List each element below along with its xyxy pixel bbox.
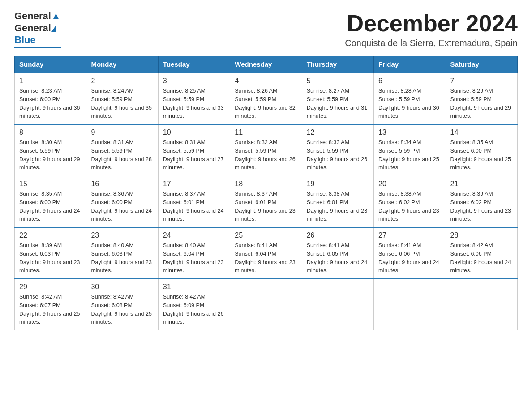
day-number: 7 xyxy=(450,77,513,85)
calendar-day-cell: 12 Sunrise: 8:33 AMSunset: 5:59 PMDaylig… xyxy=(302,124,373,176)
day-number: 18 xyxy=(235,180,297,188)
logo: General▲ General Blue xyxy=(14,11,61,48)
col-friday: Friday xyxy=(374,56,446,73)
day-number: 4 xyxy=(235,77,297,85)
day-info: Sunrise: 8:23 AMSunset: 6:00 PMDaylight:… xyxy=(19,88,80,119)
calendar-day-cell: 17 Sunrise: 8:37 AMSunset: 6:01 PMDaylig… xyxy=(158,176,230,227)
day-info: Sunrise: 8:31 AMSunset: 5:59 PMDaylight:… xyxy=(91,139,152,171)
location-title: Conquista de la Sierra, Extremadura, Spa… xyxy=(345,38,518,48)
calendar-day-cell: 3 Sunrise: 8:25 AMSunset: 5:59 PMDayligh… xyxy=(158,73,230,124)
calendar-header-row: Sunday Monday Tuesday Wednesday Thursday… xyxy=(15,56,518,73)
logo-blue-label: Blue xyxy=(14,34,36,46)
calendar-day-cell: 10 Sunrise: 8:31 AMSunset: 5:59 PMDaylig… xyxy=(158,124,230,176)
calendar-day-cell: 2 Sunrise: 8:24 AMSunset: 5:59 PMDayligh… xyxy=(86,73,158,124)
calendar-day-cell: 24 Sunrise: 8:40 AMSunset: 6:04 PMDaylig… xyxy=(158,227,230,279)
day-number: 22 xyxy=(19,231,82,240)
calendar-day-cell xyxy=(446,279,517,330)
day-number: 14 xyxy=(450,128,513,137)
day-number: 10 xyxy=(163,128,225,137)
day-number: 16 xyxy=(91,180,153,188)
day-number: 28 xyxy=(450,231,513,240)
day-number: 30 xyxy=(91,283,153,291)
month-title: December 2024 xyxy=(345,11,518,36)
calendar-day-cell: 31 Sunrise: 8:42 AMSunset: 6:09 PMDaylig… xyxy=(158,279,230,330)
calendar-title-area: December 2024 Conquista de la Sierra, Ex… xyxy=(345,11,518,48)
day-number: 24 xyxy=(163,231,225,240)
logo-underline xyxy=(14,47,61,48)
page-header: General▲ General Blue December 2024 Conq… xyxy=(14,11,518,48)
calendar-week-row: 22 Sunrise: 8:39 AMSunset: 6:03 PMDaylig… xyxy=(15,227,518,279)
day-number: 15 xyxy=(19,180,82,188)
calendar-table: Sunday Monday Tuesday Wednesday Thursday… xyxy=(14,56,518,330)
day-number: 11 xyxy=(235,128,297,137)
calendar-day-cell: 29 Sunrise: 8:42 AMSunset: 6:07 PMDaylig… xyxy=(15,279,86,330)
day-info: Sunrise: 8:41 AMSunset: 6:06 PMDaylight:… xyxy=(378,242,439,274)
day-info: Sunrise: 8:40 AMSunset: 6:04 PMDaylight:… xyxy=(163,242,224,274)
day-number: 2 xyxy=(91,77,153,85)
day-info: Sunrise: 8:27 AMSunset: 5:59 PMDaylight:… xyxy=(307,88,368,119)
calendar-day-cell: 20 Sunrise: 8:38 AMSunset: 6:02 PMDaylig… xyxy=(374,176,446,227)
day-number: 6 xyxy=(378,77,441,85)
day-info: Sunrise: 8:41 AMSunset: 6:04 PMDaylight:… xyxy=(235,242,296,274)
day-number: 31 xyxy=(163,283,225,291)
logo-triangle-icon xyxy=(51,25,56,32)
day-info: Sunrise: 8:28 AMSunset: 5:59 PMDaylight:… xyxy=(378,88,439,119)
day-info: Sunrise: 8:42 AMSunset: 6:07 PMDaylight:… xyxy=(19,294,80,325)
day-info: Sunrise: 8:41 AMSunset: 6:05 PMDaylight:… xyxy=(307,242,368,274)
logo-general: General xyxy=(14,22,51,34)
col-monday: Monday xyxy=(86,56,158,73)
day-number: 19 xyxy=(307,180,369,188)
calendar-day-cell: 8 Sunrise: 8:30 AMSunset: 5:59 PMDayligh… xyxy=(15,124,86,176)
calendar-week-row: 29 Sunrise: 8:42 AMSunset: 6:07 PMDaylig… xyxy=(15,279,518,330)
day-number: 12 xyxy=(307,128,369,137)
calendar-day-cell: 13 Sunrise: 8:34 AMSunset: 5:59 PMDaylig… xyxy=(374,124,446,176)
calendar-day-cell: 6 Sunrise: 8:28 AMSunset: 5:59 PMDayligh… xyxy=(374,73,446,124)
calendar-day-cell: 14 Sunrise: 8:35 AMSunset: 6:00 PMDaylig… xyxy=(446,124,517,176)
calendar-day-cell: 11 Sunrise: 8:32 AMSunset: 5:59 PMDaylig… xyxy=(230,124,302,176)
calendar-day-cell: 26 Sunrise: 8:41 AMSunset: 6:05 PMDaylig… xyxy=(302,227,373,279)
day-info: Sunrise: 8:29 AMSunset: 5:59 PMDaylight:… xyxy=(450,88,511,119)
day-number: 25 xyxy=(235,231,297,240)
day-number: 29 xyxy=(19,283,82,291)
day-number: 8 xyxy=(19,128,82,137)
calendar-week-row: 15 Sunrise: 8:35 AMSunset: 6:00 PMDaylig… xyxy=(15,176,518,227)
day-info: Sunrise: 8:31 AMSunset: 5:59 PMDaylight:… xyxy=(163,139,224,171)
day-info: Sunrise: 8:40 AMSunset: 6:03 PMDaylight:… xyxy=(91,242,152,274)
day-number: 20 xyxy=(378,180,441,188)
calendar-day-cell: 15 Sunrise: 8:35 AMSunset: 6:00 PMDaylig… xyxy=(15,176,86,227)
calendar-day-cell: 25 Sunrise: 8:41 AMSunset: 6:04 PMDaylig… xyxy=(230,227,302,279)
calendar-day-cell: 27 Sunrise: 8:41 AMSunset: 6:06 PMDaylig… xyxy=(374,227,446,279)
day-number: 5 xyxy=(307,77,369,85)
calendar-day-cell: 22 Sunrise: 8:39 AMSunset: 6:03 PMDaylig… xyxy=(15,227,86,279)
day-info: Sunrise: 8:38 AMSunset: 6:02 PMDaylight:… xyxy=(378,191,439,222)
day-info: Sunrise: 8:37 AMSunset: 6:01 PMDaylight:… xyxy=(235,191,296,222)
calendar-day-cell xyxy=(374,279,446,330)
day-info: Sunrise: 8:32 AMSunset: 5:59 PMDaylight:… xyxy=(235,139,296,171)
day-number: 1 xyxy=(19,77,82,85)
day-number: 3 xyxy=(163,77,225,85)
day-info: Sunrise: 8:42 AMSunset: 6:06 PMDaylight:… xyxy=(450,242,511,274)
calendar-day-cell: 16 Sunrise: 8:36 AMSunset: 6:00 PMDaylig… xyxy=(86,176,158,227)
day-info: Sunrise: 8:24 AMSunset: 5:59 PMDaylight:… xyxy=(91,88,152,119)
calendar-week-row: 1 Sunrise: 8:23 AMSunset: 6:00 PMDayligh… xyxy=(15,73,518,124)
calendar-day-cell: 9 Sunrise: 8:31 AMSunset: 5:59 PMDayligh… xyxy=(86,124,158,176)
calendar-day-cell: 5 Sunrise: 8:27 AMSunset: 5:59 PMDayligh… xyxy=(302,73,373,124)
day-info: Sunrise: 8:30 AMSunset: 5:59 PMDaylight:… xyxy=(19,139,80,171)
day-number: 13 xyxy=(378,128,441,137)
day-info: Sunrise: 8:42 AMSunset: 6:08 PMDaylight:… xyxy=(91,294,152,325)
day-number: 17 xyxy=(163,180,225,188)
day-info: Sunrise: 8:36 AMSunset: 6:00 PMDaylight:… xyxy=(91,191,152,222)
calendar-day-cell: 19 Sunrise: 8:38 AMSunset: 6:01 PMDaylig… xyxy=(302,176,373,227)
calendar-day-cell: 1 Sunrise: 8:23 AMSunset: 6:00 PMDayligh… xyxy=(15,73,86,124)
day-info: Sunrise: 8:26 AMSunset: 5:59 PMDaylight:… xyxy=(235,88,296,119)
col-sunday: Sunday xyxy=(15,56,86,73)
col-wednesday: Wednesday xyxy=(230,56,302,73)
day-info: Sunrise: 8:33 AMSunset: 5:59 PMDaylight:… xyxy=(307,139,368,171)
calendar-day-cell xyxy=(230,279,302,330)
logo-text: General▲ xyxy=(14,11,61,21)
calendar-day-cell: 30 Sunrise: 8:42 AMSunset: 6:08 PMDaylig… xyxy=(86,279,158,330)
calendar-day-cell: 7 Sunrise: 8:29 AMSunset: 5:59 PMDayligh… xyxy=(446,73,517,124)
calendar-day-cell: 18 Sunrise: 8:37 AMSunset: 6:01 PMDaylig… xyxy=(230,176,302,227)
day-info: Sunrise: 8:38 AMSunset: 6:01 PMDaylight:… xyxy=(307,191,368,222)
day-number: 27 xyxy=(378,231,441,240)
